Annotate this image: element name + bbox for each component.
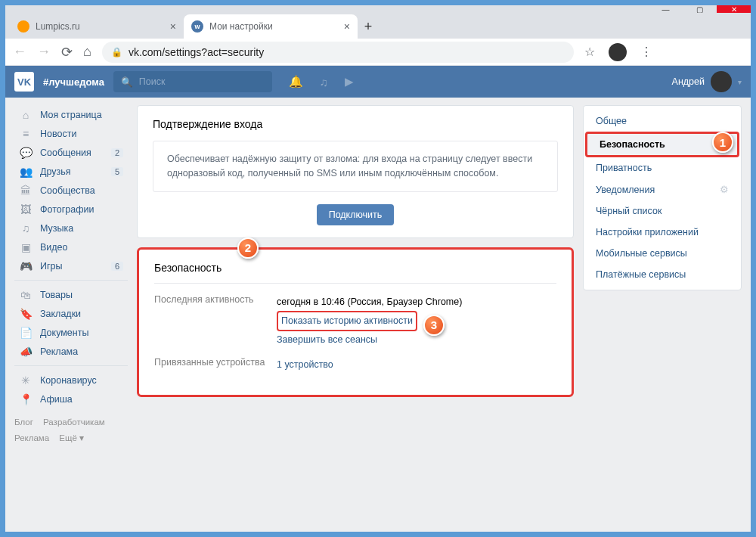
nav-label: Музыка	[40, 223, 73, 234]
tab-vk-settings[interactable]: w Мои настройки ×	[184, 14, 358, 39]
footer-ads[interactable]: Реклама	[14, 433, 49, 442]
home-icon[interactable]: ⌂	[83, 44, 91, 60]
tab-lumpics[interactable]: Lumpics.ru ×	[10, 14, 184, 39]
sidebar-item[interactable]: 🖼Фотографии	[14, 200, 128, 219]
vk-hashtag[interactable]: #лучшедома	[43, 76, 104, 88]
sidebar-item[interactable]: ≡Новости	[14, 124, 128, 143]
sidebar-item[interactable]: 📍Афиша	[14, 390, 128, 408]
nav-icon: 🛍	[19, 289, 33, 301]
nav-back-icon[interactable]: ←	[13, 44, 26, 60]
window-controls: — ▢ ✕	[5, 5, 751, 13]
badge: 5	[111, 167, 123, 176]
nav-label: Новости	[40, 129, 76, 139]
search-input[interactable]: 🔍 Поиск	[113, 71, 272, 92]
footer-devs[interactable]: Разработчикам	[43, 417, 105, 427]
badge: 2	[111, 148, 123, 157]
sidebar-item[interactable]: 💬Сообщения2	[14, 143, 128, 162]
divider	[14, 365, 128, 366]
favicon-lumpics	[17, 20, 29, 33]
vk-header: VK #лучшедома 🔍 Поиск 🔔 ♫ ▶ Андрей ▾	[5, 66, 751, 98]
footer-links: Блог Разработчикам Реклама Ещё ▾	[14, 414, 128, 445]
last-activity-value: сегодня в 10:46 (Россия, Браузер Chrome)	[277, 296, 462, 307]
last-activity-label: Последняя активность	[154, 294, 268, 349]
nav-label: Фотографии	[40, 204, 94, 215]
tab-title: Lumpics.ru	[36, 21, 164, 32]
settings-menu-item[interactable]: Мобильные сервисы	[584, 243, 741, 264]
settings-menu: ОбщееБезопасностьПриватностьУведомления⚙…	[583, 105, 742, 524]
nav-label: Документы	[40, 327, 88, 338]
play-icon[interactable]: ▶	[345, 75, 354, 88]
vk-logo[interactable]: VK	[14, 72, 34, 92]
sidebar-item[interactable]: 🏛Сообщества	[14, 181, 128, 200]
nav-icon: 🎮	[19, 260, 33, 272]
settings-menu-item[interactable]: Чёрный список	[584, 200, 741, 222]
user-avatar	[711, 71, 732, 92]
vk-page: VK #лучшедома 🔍 Поиск 🔔 ♫ ▶ Андрей ▾	[5, 66, 751, 532]
sidebar-item[interactable]: 📄Документы	[14, 323, 128, 342]
footer-more[interactable]: Ещё ▾	[59, 433, 84, 442]
tab-strip: Lumpics.ru × w Мои настройки × +	[5, 13, 751, 39]
gear-icon[interactable]: ⚙	[720, 184, 729, 195]
nav-label: Коронавирус	[40, 375, 97, 386]
nav-icon: ≡	[19, 128, 33, 140]
sidebar-item[interactable]: ✳Коронавирус	[14, 371, 128, 390]
devices-label: Привязанные устройства	[154, 357, 268, 373]
nav-icon: 🖼	[19, 203, 33, 216]
settings-menu-item[interactable]: Приватность	[584, 157, 741, 178]
url-text: vk.com/settings?act=security	[129, 46, 264, 58]
nav-icon: 📄	[19, 327, 33, 339]
nav-label: Закладки	[40, 309, 81, 319]
bell-icon[interactable]: 🔔	[289, 75, 303, 88]
show-activity-history-link[interactable]: Показать историю активности	[277, 311, 417, 331]
window-max[interactable]: ▢	[683, 5, 717, 13]
profile-avatar[interactable]	[609, 43, 627, 61]
tab-title: Мои настройки	[209, 21, 338, 32]
music-icon[interactable]: ♫	[320, 76, 328, 88]
nav-icon: 👥	[19, 166, 33, 178]
user-name: Андрей	[672, 76, 705, 87]
tab-close-icon[interactable]: ×	[344, 20, 350, 33]
panel-title: Безопасность	[154, 262, 556, 284]
nav-icon: 🏛	[19, 185, 33, 197]
chrome-menu-icon[interactable]: ⋮	[640, 45, 652, 59]
sidebar-item[interactable]: ⌂Моя страница	[14, 105, 128, 124]
nav-icon: ▣	[19, 241, 33, 253]
annotation-bubble-3: 3	[423, 315, 445, 336]
connect-button[interactable]: Подключить	[317, 204, 395, 225]
reload-icon[interactable]: ⟳	[61, 44, 73, 61]
sidebar-item[interactable]: 🛍Товары	[14, 285, 128, 304]
devices-link[interactable]: 1 устройство	[277, 357, 333, 373]
star-icon[interactable]: ☆	[584, 45, 595, 59]
sidebar-item[interactable]: 👥Друзья5	[14, 162, 128, 181]
new-tab-button[interactable]: +	[358, 14, 379, 39]
settings-menu-item[interactable]: Уведомления⚙	[584, 178, 741, 200]
end-all-sessions-link[interactable]: Завершить все сеансы	[277, 332, 377, 348]
header-user[interactable]: Андрей ▾	[672, 71, 742, 92]
sidebar-item[interactable]: 🎮Игры6	[14, 256, 128, 275]
lock-icon: 🔒	[111, 47, 122, 57]
tab-close-icon[interactable]: ×	[170, 20, 176, 33]
sidebar-item[interactable]: ▣Видео	[14, 237, 128, 256]
nav-label: Друзья	[40, 166, 71, 177]
nav-label: Реклама	[40, 346, 78, 357]
nav-icon: ⌂	[19, 109, 33, 121]
settings-menu-item[interactable]: Настройки приложений	[584, 222, 741, 243]
window-close[interactable]: ✕	[717, 5, 751, 13]
login-confirmation-panel: Подтверждение входа Обеспечивает надёжну…	[137, 105, 574, 238]
settings-menu-item[interactable]: Общее	[584, 110, 741, 132]
divider	[14, 280, 128, 281]
window-min[interactable]: —	[649, 5, 683, 13]
panel-title: Подтверждение входа	[153, 118, 558, 130]
annotation-bubble-1: 1	[712, 132, 733, 153]
nav-forward-icon[interactable]: →	[37, 44, 51, 60]
nav-label: Афиша	[40, 394, 73, 405]
sidebar-item[interactable]: 🔖Закладки	[14, 304, 128, 323]
settings-menu-item[interactable]: Платёжные сервисы	[584, 264, 741, 285]
nav-label: Товары	[40, 290, 73, 300]
footer-blog[interactable]: Блог	[14, 417, 33, 427]
omnibox[interactable]: 🔒 vk.com/settings?act=security	[102, 42, 574, 63]
search-placeholder: Поиск	[139, 76, 166, 87]
nav-icon: 📣	[19, 346, 33, 358]
sidebar-item[interactable]: 📣Реклама	[14, 342, 128, 361]
sidebar-item[interactable]: ♫Музыка	[14, 219, 128, 237]
